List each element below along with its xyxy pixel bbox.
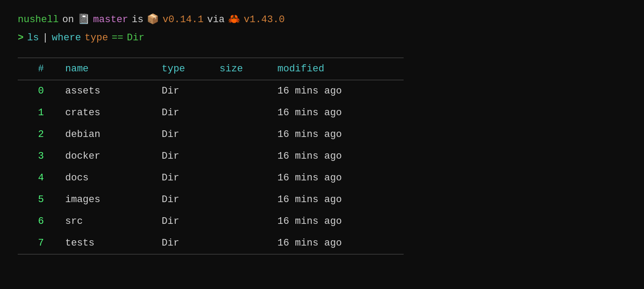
cell-modified: 16 mins ago: [269, 124, 404, 145]
cell-size: [211, 102, 269, 124]
cell-size: [211, 124, 269, 145]
prompt-line-1: nushell on 📓 master is 📦 v0.14.1 via 🦀 v…: [18, 12, 626, 27]
cell-num: 1: [18, 102, 56, 124]
cmd-dir-value: Dir: [127, 31, 145, 45]
cell-num: 7: [18, 232, 56, 254]
cell-modified: 16 mins ago: [269, 102, 404, 124]
cell-num: 3: [18, 145, 56, 167]
table-row: 3dockerDir16 mins ago: [18, 145, 404, 167]
cell-modified: 16 mins ago: [269, 211, 404, 232]
cell-name: docs: [56, 167, 153, 189]
cell-type: Dir: [153, 167, 211, 189]
table-header-row: # name type size modified: [18, 58, 404, 80]
cell-name: docker: [56, 145, 153, 167]
cell-num: 5: [18, 189, 56, 211]
cell-num: 6: [18, 211, 56, 232]
cell-modified: 16 mins ago: [269, 167, 404, 189]
cell-size: [211, 189, 269, 211]
cell-name: src: [56, 211, 153, 232]
col-header-name: name: [56, 58, 153, 80]
col-header-num: #: [18, 58, 56, 80]
table-row: 6srcDir16 mins ago: [18, 211, 404, 232]
crab-emoji: 🦀: [228, 12, 240, 27]
ls-table: # name type size modified 0assetsDir16 m…: [18, 58, 404, 254]
table-row: 2debianDir16 mins ago: [18, 124, 404, 145]
on-word: on: [62, 12, 74, 27]
cell-num: 2: [18, 124, 56, 145]
nu-version: v0.14.1: [162, 12, 203, 27]
col-header-size: size: [211, 58, 269, 80]
box-emoji: 📦: [147, 12, 159, 27]
col-header-modified: modified: [269, 58, 404, 80]
cell-size: [211, 232, 269, 254]
prompt-symbol: >: [18, 31, 24, 45]
via-word: via: [207, 12, 225, 27]
cmd-equals: ==: [112, 31, 123, 45]
cmd-where: where: [52, 31, 81, 45]
cell-type: Dir: [153, 124, 211, 145]
cell-type: Dir: [153, 189, 211, 211]
cell-modified: 16 mins ago: [269, 80, 404, 102]
notebook-emoji: 📓: [78, 12, 90, 27]
col-header-type: type: [153, 58, 211, 80]
table-row: 5imagesDir16 mins ago: [18, 189, 404, 211]
cell-size: [211, 211, 269, 232]
cell-type: Dir: [153, 211, 211, 232]
rust-version: v1.43.0: [243, 12, 284, 27]
is-word: is: [132, 12, 143, 27]
nushell-label: nushell: [18, 12, 59, 27]
table-row: 7testsDir16 mins ago: [18, 232, 404, 254]
cell-modified: 16 mins ago: [269, 189, 404, 211]
cell-modified: 16 mins ago: [269, 145, 404, 167]
cmd-pipe: |: [43, 31, 48, 45]
cell-name: crates: [56, 102, 153, 124]
cell-name: tests: [56, 232, 153, 254]
cell-size: [211, 80, 269, 102]
cell-size: [211, 145, 269, 167]
cell-num: 4: [18, 167, 56, 189]
cell-name: images: [56, 189, 153, 211]
cell-modified: 16 mins ago: [269, 232, 404, 254]
cell-size: [211, 167, 269, 189]
cell-type: Dir: [153, 80, 211, 102]
cell-name: debian: [56, 124, 153, 145]
cmd-type-keyword: type: [85, 31, 108, 45]
cmd-ls: ls: [27, 31, 39, 45]
cell-type: Dir: [153, 102, 211, 124]
table-row: 1cratesDir16 mins ago: [18, 102, 404, 124]
cell-type: Dir: [153, 232, 211, 254]
cell-num: 0: [18, 80, 56, 102]
cell-type: Dir: [153, 145, 211, 167]
table-row: 0assetsDir16 mins ago: [18, 80, 404, 102]
prompt-line-2: > ls | where type == Dir: [18, 31, 626, 45]
cell-name: assets: [56, 80, 153, 102]
table-row: 4docsDir16 mins ago: [18, 167, 404, 189]
branch-label: master: [93, 12, 128, 27]
